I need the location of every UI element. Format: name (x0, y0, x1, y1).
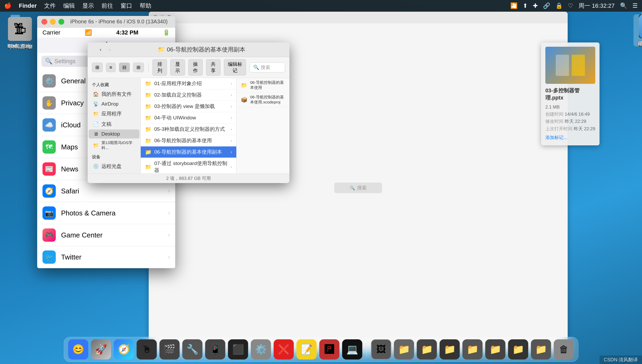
sidebar-item-apps[interactable]: 📁 应用程序 (89, 109, 139, 119)
menubar-arrow-icon[interactable]: ⬆ (523, 2, 528, 9)
file-icon-04: 📁 (145, 115, 152, 121)
file-item-04[interactable]: 📁 04-手动 UIWindow › (141, 112, 236, 124)
photos-label: Photos & Camera (61, 209, 168, 217)
sidebar-item-docs[interactable]: 📄 文稿 (89, 119, 139, 129)
dock-item5[interactable]: 📁 (463, 339, 483, 359)
dock-tools[interactable]: 🔧 (182, 339, 203, 359)
finder-menu[interactable]: Finder (19, 2, 37, 9)
finder-statusbar: 2 项，883.87 GB 可用 (88, 174, 289, 183)
view-list-button[interactable]: ≡ (106, 63, 116, 72)
dock-terminal2[interactable]: 💻 (342, 339, 362, 359)
dock-prefs[interactable]: ⚙️ (251, 339, 271, 359)
battery-icon: 🔋 (163, 29, 170, 36)
finder-window-title: 📁 06-导航控制器的基本使用副本 (118, 46, 285, 54)
menubar-link-icon[interactable]: 🔗 (543, 2, 550, 9)
twitter-label: Twitter (61, 253, 168, 261)
sub-file-name-2: 06-导航控制器的基本使用.xcodeproj (250, 95, 285, 105)
view-menu[interactable]: 显示 (82, 2, 94, 10)
file-item-07[interactable]: 📁 07-通过 storyboard使用导航控制器 › (141, 158, 236, 174)
file-item-06[interactable]: 📁 06-导航控制器的基本使用 › (141, 135, 236, 146)
view-col-button[interactable]: ⊟ (119, 63, 130, 72)
menubar-menu-icon[interactable]: ☰ (632, 2, 638, 9)
ios-maximize-button[interactable] (58, 19, 64, 25)
airdrop-icon: 📡 (93, 101, 99, 107)
finder-forward-button[interactable]: › (109, 47, 115, 52)
menubar-heart-icon[interactable]: ♡ (568, 2, 573, 9)
desktop-icon-com[interactable]: 🗜 com...t.zip (3, 17, 37, 49)
ios-minimize-button[interactable] (50, 19, 56, 25)
sidebar-item-airdrop[interactable]: 📡 AirDrop (89, 99, 139, 109)
edit-menu[interactable]: 编辑 (63, 2, 75, 10)
dock-screenshots[interactable]: 🖼 (371, 339, 391, 359)
share-button[interactable]: 共享 (206, 59, 221, 76)
ios-titlebar: iPhone 6s - iPhone 6s / iOS 9.0 (13A340) (37, 16, 175, 28)
twitter-chevron: › (168, 254, 170, 261)
file-menu[interactable]: 文件 (44, 2, 56, 10)
modified-label: 修改时间 (545, 119, 565, 124)
settings-item-twitter[interactable]: 🐦 Twitter › (37, 246, 175, 268)
dock-launchpad[interactable]: 🚀 (91, 339, 111, 359)
dock-terminal[interactable]: ⬛ (228, 339, 248, 359)
desktop-icon-desk[interactable]: 📁 桌面 (634, 14, 642, 47)
file-arrow-05: › (231, 127, 232, 132)
add-tag-link[interactable]: 添加标记... (545, 134, 595, 141)
dock-trash[interactable]: 🗑 (554, 339, 574, 359)
arrange-button[interactable]: 排列 (152, 59, 167, 76)
ios-close-button[interactable] (41, 19, 47, 25)
dock-item7[interactable]: 📁 (508, 339, 528, 359)
file-item-02[interactable]: 📁 02-加载自定义控制器 › (141, 89, 236, 101)
finder-search[interactable]: 🔍 搜索 (249, 62, 285, 72)
file-item-05[interactable]: 📁 05-3种加载自定义控制器的方式 › (141, 124, 236, 135)
dock-wps[interactable]: 🅿 (319, 339, 340, 359)
action-button[interactable]: 操作 (188, 59, 203, 76)
sidebar-item-heima[interactable]: 📁 第13期黑马iOS学科... (89, 139, 139, 152)
go-menu[interactable]: 前往 (101, 2, 113, 10)
dock-item4[interactable]: 📁 (440, 339, 460, 359)
file-item-01[interactable]: 📁 01-应用程序对象介绍 › (141, 78, 236, 89)
help-menu[interactable]: 帮助 (140, 2, 151, 10)
settings-item-photos[interactable]: 📷 Photos & Camera › (37, 202, 175, 224)
file-preview-panel: 03-多控制器管理.pptx 2.1 MB 创建时间 14/4/6 16:49 … (541, 42, 600, 145)
status-bar: Carrier 📶 4:32 PM 🔋 (37, 28, 175, 38)
finder-title-text: 06-导航控制器的基本使用副本 (167, 46, 246, 54)
finder-back-button[interactable]: ‹ (100, 47, 106, 52)
apps-label: 应用程序 (101, 110, 122, 117)
dock-mouse[interactable]: 🖱 (137, 339, 157, 359)
file-icon-07: 📁 (145, 164, 152, 170)
preview-slide-1 (556, 55, 569, 76)
icloud-icon: ☁️ (42, 118, 56, 132)
display-button[interactable]: 显示 (170, 59, 185, 76)
settings-item-safari[interactable]: 🧭 Safari › (37, 180, 175, 202)
dock-item6[interactable]: 📁 (485, 339, 506, 359)
file-item-06copy[interactable]: 📁 06-导航控制器的基本使用副本 › (141, 146, 236, 158)
dock-xmind[interactable]: ❌ (274, 339, 294, 359)
tags-button[interactable]: 编辑标记 (224, 59, 246, 76)
sidebar-item-desktop[interactable]: 🖥 Desktop (89, 129, 139, 138)
menubar-screenrecord-icon[interactable]: 🎦 (510, 2, 517, 9)
finder-bg-search[interactable]: 🔍 搜索 (334, 183, 382, 193)
sidebar-item-all-files[interactable]: 🏠 我的所有文件 (89, 89, 139, 99)
dock-dvd[interactable]: 🎬 (160, 339, 180, 359)
sub-file-icon-1: 📁 (241, 82, 247, 88)
dock-item8[interactable]: 📁 (531, 339, 551, 359)
menubar-search-icon[interactable]: 🔍 (620, 2, 627, 9)
dock-apps2[interactable]: 📁 (394, 339, 414, 359)
menubar-lock-icon[interactable]: 🔒 (555, 2, 563, 9)
apple-menu-icon[interactable]: 🍎 (4, 2, 11, 9)
file-preview-thumbnail (545, 47, 595, 84)
dock-notes[interactable]: 📝 (297, 339, 317, 359)
view-grid-button[interactable]: ⊞ (92, 63, 103, 72)
file-item-03[interactable]: 📁 03-控制器的 view 是懒加载 › (141, 101, 236, 112)
dock-item3[interactable]: 📁 (417, 339, 437, 359)
finder-bg-search-label: 搜索 (357, 185, 367, 191)
dock-finder[interactable]: 😊 (68, 339, 88, 359)
settings-item-gamecenter[interactable]: 🎮 Game Center › (37, 224, 175, 246)
dock-safari[interactable]: 🧭 (114, 339, 134, 359)
dock-app[interactable]: 📱 (205, 339, 225, 359)
window-menu[interactable]: 窗口 (121, 2, 132, 10)
sub-file-item-2[interactable]: 📦 06-导航控制器的基本使用.xcodeproj (237, 93, 289, 107)
menubar-plus-icon[interactable]: ✚ (533, 2, 538, 9)
sidebar-item-remote-disk[interactable]: 💿 远程光盘 (89, 161, 139, 171)
view-flow-button[interactable]: ⊞ (133, 63, 144, 72)
sub-file-item-1[interactable]: 📁 06-导航控制器的基本使用 (237, 78, 289, 93)
